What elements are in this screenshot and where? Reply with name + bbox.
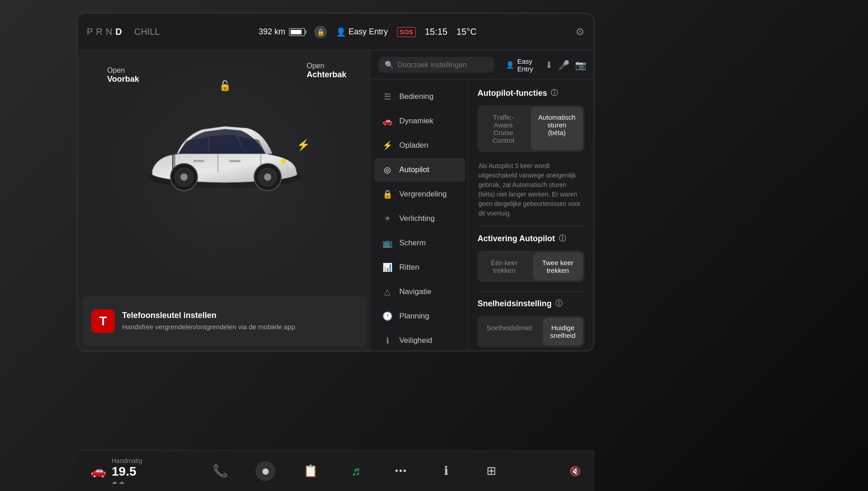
activering-label: Activering Autopilot — [477, 234, 555, 243]
notes-app-icon[interactable]: 📋 — [299, 460, 322, 482]
lock-status-icon[interactable]: 🔒 — [314, 26, 327, 38]
taskbar-right: 🔇 — [570, 466, 581, 477]
climate-icon-1: ☁ — [112, 479, 117, 485]
temp-display-container: Handmatig 19.5 ☁ ☁ — [112, 457, 142, 485]
nav-item-veiligheid[interactable]: ℹ Veiligheid — [374, 329, 465, 351]
camera-icon-glyph: ● — [255, 461, 275, 481]
nav-icon-veiligheid: ℹ — [382, 335, 393, 346]
header-profile-icon: 👤 — [506, 61, 514, 69]
activation-twice[interactable]: Twee keer trekken — [533, 253, 583, 281]
temperature-display: 15°C — [457, 27, 477, 37]
autopilot-options-group: Traffic-Aware Cruise Control Automatisch… — [477, 105, 585, 152]
main-screen: P R N D CHILL 392 km 🔒 👤 Easy Entry SOS … — [77, 13, 594, 351]
spotify-icon-glyph: ♬ — [351, 464, 361, 478]
front-hood-open: Open — [107, 66, 125, 74]
climate-icon-2: ☁ — [119, 479, 124, 485]
climate-status-icons: ☁ ☁ — [112, 479, 142, 485]
activation-once-label: Één keer trekken — [491, 259, 518, 274]
download-icon[interactable]: ⬇ — [545, 60, 553, 70]
option-tacc[interactable]: Traffic-Aware Cruise Control — [479, 107, 527, 150]
spotify-app-icon[interactable]: ♬ — [344, 460, 367, 482]
camera-app-icon[interactable]: ● — [254, 460, 277, 482]
current-speed-btn[interactable]: Huidige snelheid — [543, 318, 583, 346]
car-status-icon: 🚗 — [90, 463, 106, 478]
nav-label-planning: Planning — [399, 312, 429, 321]
nav-item-planning[interactable]: 🕐 Planning — [374, 304, 465, 328]
apps-grid-icon[interactable]: ⊞ — [480, 460, 503, 482]
nav-item-opladen[interactable]: ⚡ Opladen — [374, 134, 465, 157]
nav-item-autopilot[interactable]: ◎ Autopilot — [374, 158, 465, 182]
nav-label-ritten: Ritten — [399, 263, 419, 272]
speed-options-group: Snelheidslimiet Huidige snelheid — [477, 316, 585, 347]
autopilot-info-icon[interactable]: ⓘ — [551, 89, 558, 98]
activering-info-icon[interactable]: ⓘ — [559, 234, 566, 243]
nav-icon-verlichting: ☀ — [382, 213, 393, 224]
nav-item-ritten[interactable]: 📊 Ritten — [374, 256, 465, 279]
camera-header-icon[interactable]: 📷 — [575, 60, 586, 70]
main-content: Open Voorbak Open Achterbak 🔓 — [78, 51, 594, 351]
section-snelheid: Snelheidsinstelling ⓘ — [477, 299, 585, 309]
apps-icon-glyph: ⊞ — [486, 464, 496, 478]
svg-rect-7 — [193, 160, 204, 162]
car-visual-area: Open Voorbak Open Achterbak 🔓 — [78, 51, 371, 292]
info-icon-glyph: ℹ — [444, 464, 448, 478]
autopilot-info-text: Als Autopilot 5 keer wordt uitgeschakeld… — [477, 161, 585, 218]
phone-app-icon[interactable]: 📞 — [209, 460, 231, 482]
notification-title: Telefoonsleutel instellen — [122, 311, 295, 320]
gear-n: N — [106, 27, 113, 37]
nav-label-autopilot: Autopilot — [399, 165, 429, 174]
search-container[interactable]: 🔍 — [378, 57, 494, 73]
status-center: 392 km 🔒 👤 Easy Entry SOS 15:15 15°C — [167, 26, 568, 38]
speed-limit-btn[interactable]: Snelheidslimiet — [479, 318, 539, 346]
notes-icon-glyph: 📋 — [303, 464, 318, 478]
nav-label-bediening: Bediening — [399, 92, 434, 101]
sos-button[interactable]: SOS — [397, 27, 416, 37]
nav-label-veiligheid: Veiligheid — [399, 336, 432, 345]
front-hood-name: Voorbak — [107, 75, 139, 84]
section-autopilot-functies: Autopilot-functies ⓘ — [477, 89, 585, 98]
nav-label-vergrendeling: Vergrendeling — [399, 190, 447, 199]
settings-detail: Autopilot-functies ⓘ Traffic-Aware Cruis… — [468, 79, 594, 351]
front-hood-label[interactable]: Open Voorbak — [107, 66, 139, 84]
nav-icon-ritten: 📊 — [382, 262, 393, 273]
nav-item-scherm[interactable]: 📺 Scherm — [374, 231, 465, 255]
nav-label-opladen: Opladen — [399, 141, 428, 150]
divider-1 — [477, 226, 585, 227]
nav-item-verlichting[interactable]: ☀ Verlichting — [374, 207, 465, 230]
drive-mode-badge: CHILL — [134, 27, 160, 37]
car-image — [139, 87, 311, 215]
nav-item-navigatie[interactable]: △ Navigatie — [374, 280, 465, 304]
nav-item-dynamiek[interactable]: 🚗 Dynamiek — [374, 109, 465, 133]
nav-icon-autopilot: ◎ — [382, 164, 393, 175]
nav-item-vergrendeling[interactable]: 🔒 Vergrendeling — [374, 182, 465, 206]
divider-2 — [477, 291, 585, 292]
settings-icon[interactable]: ⚙ — [576, 26, 585, 38]
range-display: 392 km — [259, 27, 305, 37]
header-right: 👤 Easy Entry ⬇ 🎤 📷 — [499, 57, 586, 73]
nav-label-dynamiek: Dynamiek — [399, 117, 434, 126]
speed-limit-label: Snelheidslimiet — [486, 324, 532, 332]
taskbar-center: 📞 ● 📋 ♬ ••• ℹ ⊞ — [160, 460, 552, 482]
info-app-icon[interactable]: ℹ — [435, 460, 458, 482]
status-bar: P R N D CHILL 392 km 🔒 👤 Easy Entry SOS … — [78, 14, 594, 51]
search-input[interactable] — [397, 61, 488, 69]
option-tacc-label: Traffic-Aware Cruise Control — [492, 113, 514, 144]
nav-item-bediening[interactable]: ☰ Bediening — [374, 85, 465, 108]
svg-point-6 — [264, 173, 271, 181]
autopilot-functies-label: Autopilot-functies — [477, 89, 547, 98]
activation-once[interactable]: Één keer trekken — [479, 253, 529, 281]
trunk-label[interactable]: Open Achterbak — [307, 62, 346, 79]
volume-mute-icon[interactable]: 🔇 — [570, 466, 581, 477]
option-autosteer[interactable]: Automatisch sturen (béta) — [531, 107, 583, 150]
more-apps-icon[interactable]: ••• — [390, 460, 412, 482]
activation-twice-label: Twee keer trekken — [542, 259, 573, 274]
mic-icon[interactable]: 🎤 — [558, 60, 570, 70]
nav-icon-dynamiek: 🚗 — [382, 116, 393, 126]
svg-rect-8 — [229, 160, 241, 162]
car-status: 🚗 Handmatig 19.5 ☁ ☁ — [90, 457, 142, 485]
nav-icon-vergrendeling: 🔒 — [382, 189, 393, 200]
notification-bar[interactable]: T Telefoonsleutel instellen Handsfree ve… — [82, 296, 367, 346]
snelheid-info-icon[interactable]: ⓘ — [555, 299, 562, 309]
search-icon: 🔍 — [385, 61, 394, 69]
section-activering: Activering Autopilot ⓘ — [477, 234, 585, 243]
